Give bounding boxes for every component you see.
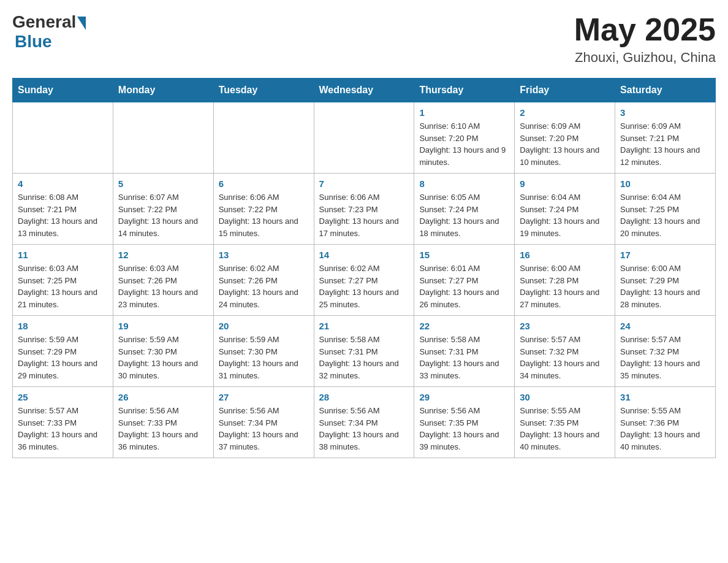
week-row-5: 25Sunrise: 5:57 AM Sunset: 7:33 PM Dayli… [13, 387, 716, 458]
logo: General Blue [12, 12, 86, 52]
calendar-table: SundayMondayTuesdayWednesdayThursdayFrid… [12, 78, 716, 458]
calendar-cell: 4Sunrise: 6:08 AM Sunset: 7:21 PM Daylig… [13, 174, 113, 245]
day-number: 27 [219, 392, 309, 402]
calendar-cell: 23Sunrise: 5:57 AM Sunset: 7:32 PM Dayli… [515, 316, 615, 387]
week-row-4: 18Sunrise: 5:59 AM Sunset: 7:29 PM Dayli… [13, 316, 716, 387]
day-number: 8 [419, 178, 509, 189]
calendar-cell: 14Sunrise: 6:02 AM Sunset: 7:27 PM Dayli… [314, 245, 414, 316]
day-info: Sunrise: 5:58 AM Sunset: 7:31 PM Dayligh… [319, 334, 409, 381]
calendar-cell [213, 102, 314, 174]
day-number: 6 [219, 178, 309, 189]
col-header-saturday: Saturday [615, 79, 716, 102]
day-info: Sunrise: 5:59 AM Sunset: 7:29 PM Dayligh… [18, 334, 108, 381]
calendar-cell: 24Sunrise: 5:57 AM Sunset: 7:32 PM Dayli… [615, 316, 716, 387]
calendar-cell: 22Sunrise: 5:58 AM Sunset: 7:31 PM Dayli… [414, 316, 515, 387]
calendar-cell: 17Sunrise: 6:00 AM Sunset: 7:29 PM Dayli… [615, 245, 716, 316]
day-info: Sunrise: 5:55 AM Sunset: 7:36 PM Dayligh… [620, 405, 710, 453]
day-number: 1 [419, 107, 509, 118]
day-info: Sunrise: 6:06 AM Sunset: 7:23 PM Dayligh… [319, 191, 409, 239]
day-number: 20 [219, 321, 309, 331]
day-info: Sunrise: 5:57 AM Sunset: 7:32 PM Dayligh… [520, 334, 610, 381]
calendar-cell: 9Sunrise: 6:04 AM Sunset: 7:24 PM Daylig… [515, 174, 615, 245]
day-info: Sunrise: 6:07 AM Sunset: 7:22 PM Dayligh… [118, 191, 208, 239]
calendar-cell: 7Sunrise: 6:06 AM Sunset: 7:23 PM Daylig… [314, 174, 414, 245]
day-number: 11 [18, 250, 108, 260]
calendar-cell: 2Sunrise: 6:09 AM Sunset: 7:20 PM Daylig… [515, 102, 615, 174]
day-info: Sunrise: 6:10 AM Sunset: 7:20 PM Dayligh… [419, 120, 509, 168]
day-number: 7 [319, 178, 409, 189]
day-info: Sunrise: 6:09 AM Sunset: 7:21 PM Dayligh… [620, 120, 710, 168]
day-number: 18 [18, 321, 108, 331]
day-number: 23 [520, 321, 610, 331]
day-number: 5 [118, 178, 208, 189]
day-number: 9 [520, 178, 610, 189]
day-number: 26 [118, 392, 208, 402]
calendar-cell: 13Sunrise: 6:02 AM Sunset: 7:26 PM Dayli… [213, 245, 314, 316]
day-info: Sunrise: 5:57 AM Sunset: 7:33 PM Dayligh… [18, 405, 108, 453]
day-info: Sunrise: 5:56 AM Sunset: 7:34 PM Dayligh… [219, 405, 309, 453]
day-info: Sunrise: 5:58 AM Sunset: 7:31 PM Dayligh… [419, 334, 509, 381]
day-number: 13 [219, 250, 309, 260]
day-number: 29 [419, 392, 509, 402]
day-number: 14 [319, 250, 409, 260]
calendar-cell: 25Sunrise: 5:57 AM Sunset: 7:33 PM Dayli… [13, 387, 113, 458]
calendar-cell [13, 102, 113, 174]
calendar-cell: 26Sunrise: 5:56 AM Sunset: 7:33 PM Dayli… [113, 387, 213, 458]
week-row-3: 11Sunrise: 6:03 AM Sunset: 7:25 PM Dayli… [13, 245, 716, 316]
day-number: 3 [620, 107, 710, 118]
calendar-cell: 5Sunrise: 6:07 AM Sunset: 7:22 PM Daylig… [113, 174, 213, 245]
day-info: Sunrise: 5:59 AM Sunset: 7:30 PM Dayligh… [118, 334, 208, 381]
day-number: 12 [118, 250, 208, 260]
calendar-cell: 10Sunrise: 6:04 AM Sunset: 7:25 PM Dayli… [615, 174, 716, 245]
day-info: Sunrise: 6:05 AM Sunset: 7:24 PM Dayligh… [419, 191, 509, 239]
calendar-cell: 12Sunrise: 6:03 AM Sunset: 7:26 PM Dayli… [113, 245, 213, 316]
col-header-wednesday: Wednesday [314, 79, 414, 102]
calendar-cell: 6Sunrise: 6:06 AM Sunset: 7:22 PM Daylig… [213, 174, 314, 245]
day-info: Sunrise: 6:03 AM Sunset: 7:25 PM Dayligh… [18, 262, 108, 310]
calendar-cell: 11Sunrise: 6:03 AM Sunset: 7:25 PM Dayli… [13, 245, 113, 316]
day-info: Sunrise: 5:57 AM Sunset: 7:32 PM Dayligh… [620, 334, 710, 381]
col-header-monday: Monday [113, 79, 213, 102]
calendar-cell: 21Sunrise: 5:58 AM Sunset: 7:31 PM Dayli… [314, 316, 414, 387]
calendar-cell: 31Sunrise: 5:55 AM Sunset: 7:36 PM Dayli… [615, 387, 716, 458]
day-number: 28 [319, 392, 409, 402]
day-info: Sunrise: 6:04 AM Sunset: 7:24 PM Dayligh… [520, 191, 610, 239]
col-header-friday: Friday [515, 79, 615, 102]
day-info: Sunrise: 5:56 AM Sunset: 7:34 PM Dayligh… [319, 405, 409, 453]
calendar-cell: 20Sunrise: 5:59 AM Sunset: 7:30 PM Dayli… [213, 316, 314, 387]
logo-blue: Blue [15, 32, 52, 52]
day-info: Sunrise: 6:03 AM Sunset: 7:26 PM Dayligh… [118, 262, 208, 310]
week-row-1: 1Sunrise: 6:10 AM Sunset: 7:20 PM Daylig… [13, 102, 716, 174]
calendar-cell [314, 102, 414, 174]
calendar-cell: 3Sunrise: 6:09 AM Sunset: 7:21 PM Daylig… [615, 102, 716, 174]
calendar-cell: 27Sunrise: 5:56 AM Sunset: 7:34 PM Dayli… [213, 387, 314, 458]
logo-general: General [12, 12, 76, 32]
day-info: Sunrise: 6:06 AM Sunset: 7:22 PM Dayligh… [219, 191, 309, 239]
day-number: 22 [419, 321, 509, 331]
page-header: General Blue May 2025 Zhouxi, Guizhou, C… [12, 12, 716, 66]
col-header-tuesday: Tuesday [213, 79, 314, 102]
calendar-cell: 19Sunrise: 5:59 AM Sunset: 7:30 PM Dayli… [113, 316, 213, 387]
calendar-cell: 30Sunrise: 5:55 AM Sunset: 7:35 PM Dayli… [515, 387, 615, 458]
calendar-header-row: SundayMondayTuesdayWednesdayThursdayFrid… [13, 79, 716, 102]
month-year-title: May 2025 [574, 12, 716, 47]
day-info: Sunrise: 6:00 AM Sunset: 7:29 PM Dayligh… [620, 262, 710, 310]
calendar-cell: 16Sunrise: 6:00 AM Sunset: 7:28 PM Dayli… [515, 245, 615, 316]
day-info: Sunrise: 6:04 AM Sunset: 7:25 PM Dayligh… [620, 191, 710, 239]
day-number: 15 [419, 250, 509, 260]
calendar-cell: 8Sunrise: 6:05 AM Sunset: 7:24 PM Daylig… [414, 174, 515, 245]
calendar-cell: 1Sunrise: 6:10 AM Sunset: 7:20 PM Daylig… [414, 102, 515, 174]
day-number: 19 [118, 321, 208, 331]
day-info: Sunrise: 6:02 AM Sunset: 7:26 PM Dayligh… [219, 262, 309, 310]
day-info: Sunrise: 6:08 AM Sunset: 7:21 PM Dayligh… [18, 191, 108, 239]
week-row-2: 4Sunrise: 6:08 AM Sunset: 7:21 PM Daylig… [13, 174, 716, 245]
calendar-cell: 28Sunrise: 5:56 AM Sunset: 7:34 PM Dayli… [314, 387, 414, 458]
calendar-cell: 29Sunrise: 5:56 AM Sunset: 7:35 PM Dayli… [414, 387, 515, 458]
col-header-sunday: Sunday [13, 79, 113, 102]
day-number: 25 [18, 392, 108, 402]
day-number: 4 [18, 178, 108, 189]
calendar-cell: 18Sunrise: 5:59 AM Sunset: 7:29 PM Dayli… [13, 316, 113, 387]
day-info: Sunrise: 6:09 AM Sunset: 7:20 PM Dayligh… [520, 120, 610, 168]
day-number: 21 [319, 321, 409, 331]
day-info: Sunrise: 5:56 AM Sunset: 7:35 PM Dayligh… [419, 405, 509, 453]
